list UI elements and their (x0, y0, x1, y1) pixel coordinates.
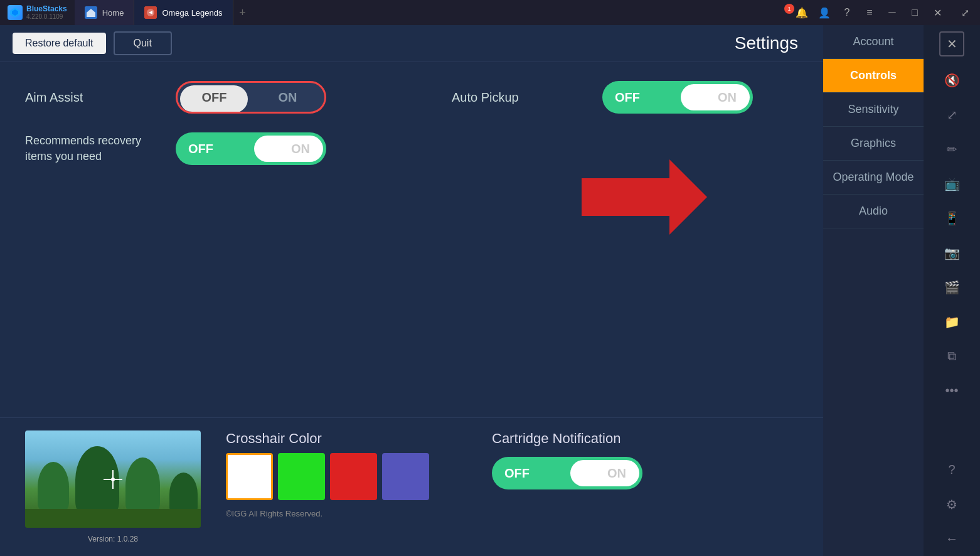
help-sidebar-button[interactable]: ? (924, 452, 980, 487)
auto-pickup-label: Auto Pickup (452, 90, 590, 105)
nav-operating-mode[interactable]: Operating Mode (823, 161, 924, 195)
svg-marker-5 (582, 159, 707, 235)
crosshair-title: Crosshair Color (226, 430, 429, 447)
cartridge-knob (570, 460, 639, 486)
folder-button[interactable]: 📁 (924, 304, 980, 339)
nav-sensitivity[interactable]: Sensitivity (823, 93, 924, 127)
auto-pickup-off-text: OFF (615, 90, 640, 105)
sidebar-close-button[interactable]: ✕ (924, 25, 980, 63)
help-button[interactable]: ? (837, 4, 857, 21)
right-sidebar: ✕ 🔇 ⤢ ✏ 📺 📱 📷 🎬 📁 ⧉ ••• ? ⚙ ← (924, 25, 980, 556)
nav-controls[interactable]: Controls (823, 59, 924, 93)
settings-content: Restore default Quit Settings Aim Assist… (0, 25, 823, 556)
auto-pickup-knob (681, 84, 750, 110)
gear-sidebar-button[interactable]: ⚙ (924, 487, 980, 521)
settings-nav: Account Controls Sensitivity Graphics Op… (823, 25, 924, 556)
controls-body: Aim Assist OFF ON Auto Pickup OFF ON (0, 62, 823, 417)
tab-home[interactable]: Home (75, 0, 135, 25)
nav-graphics[interactable]: Graphics (823, 127, 924, 161)
edit-button[interactable]: ✏ (924, 132, 980, 166)
fullscreen-button[interactable]: ⤢ (924, 97, 980, 132)
nav-audio[interactable]: Audio (823, 195, 924, 228)
quit-button[interactable]: Quit (114, 31, 172, 55)
aim-assist-label: Aim Assist (25, 90, 163, 105)
auto-pickup-toggle[interactable]: OFF ON (602, 81, 753, 114)
auto-pickup-cell: Auto Pickup OFF ON (452, 81, 753, 114)
home-tab-label: Home (102, 8, 124, 18)
settings-header: Restore default Quit Settings (0, 25, 823, 62)
nav-account[interactable]: Account (823, 25, 924, 59)
bluestacks-logo-icon (8, 5, 23, 20)
bottom-section: Version: 1.0.28 Crosshair Color ©IGG All… (0, 417, 823, 556)
toggle-row-1: Aim Assist OFF ON Auto Pickup OFF ON (25, 81, 798, 114)
recovery-cell: Recommends recoveryitems you need OFF ON (25, 132, 326, 165)
recovery-label: Recommends recoveryitems you need (25, 133, 163, 164)
notification-button[interactable]: 🔔 (792, 4, 812, 21)
menu-button[interactable]: ≡ (860, 4, 880, 21)
cartridge-on-text: ON (607, 466, 626, 481)
more-button[interactable]: ••• (924, 373, 980, 408)
minimize-button[interactable]: ─ (882, 4, 902, 21)
aim-assist-toggle[interactable]: OFF ON (176, 81, 326, 114)
home-tab-icon (85, 6, 97, 19)
notification-badge: 1 (784, 4, 794, 14)
arrow-container (582, 159, 707, 237)
version-label: Version: 1.0.28 (25, 535, 201, 543)
main-area: Restore default Quit Settings Aim Assist… (0, 25, 980, 556)
color-swatch-blue[interactable] (382, 453, 429, 500)
cartridge-toggle[interactable]: OFF ON (492, 457, 642, 489)
title-bar-left: BlueStacks 4.220.0.1109 Home Ome (0, 0, 252, 25)
aim-assist-on-label: ON (251, 90, 324, 105)
crosshair-preview (104, 470, 122, 489)
copy-button[interactable]: ⧉ (924, 339, 980, 373)
expand-button[interactable]: ⤢ (955, 4, 975, 21)
preview-container: Version: 1.0.28 (25, 430, 201, 543)
cartridge-title: Cartridge Notification (492, 430, 642, 447)
sound-off-button[interactable]: 🔇 (924, 63, 980, 97)
color-swatch-red[interactable] (330, 453, 377, 500)
camera-button[interactable]: 📷 (924, 235, 980, 270)
cartridge-off-text: OFF (504, 466, 530, 481)
title-bar-controls: 1 🔔 👤 ? ≡ ─ □ ✕ ⤢ (788, 4, 980, 21)
notification-area: 1 🔔 (788, 4, 812, 21)
add-tab-button[interactable]: + (233, 0, 252, 25)
settings-title: Settings (735, 33, 798, 53)
game-tab-label: Omega Legends (162, 8, 222, 18)
app-name: BlueStacks (26, 4, 67, 13)
aim-assist-cell: Aim Assist OFF ON (25, 81, 326, 114)
copyright-text: ©IGG All Rights Reserved. (226, 509, 429, 518)
account-button[interactable]: 👤 (814, 4, 834, 21)
close-button[interactable]: ✕ (927, 4, 947, 21)
color-swatch-white[interactable] (226, 453, 273, 500)
red-arrow-icon (582, 159, 707, 235)
app-version: 4.220.0.1109 (26, 13, 67, 21)
aim-assist-off-label: OFF (178, 90, 251, 105)
maximize-button[interactable]: □ (905, 4, 925, 21)
screenshot-button[interactable]: 📺 (924, 166, 980, 201)
phone-button[interactable]: 📱 (924, 201, 980, 235)
preview-image (25, 430, 201, 528)
tab-omega-legends[interactable]: Omega Legends (134, 0, 233, 25)
game-tab-icon (144, 6, 157, 19)
close-x-icon: ✕ (939, 31, 964, 56)
cartridge-section: Cartridge Notification OFF ON (492, 430, 642, 489)
app-logo-text: BlueStacks 4.220.0.1109 (26, 4, 67, 21)
color-swatches (226, 453, 429, 500)
recovery-toggle[interactable]: OFF ON (176, 132, 326, 165)
app-logo: BlueStacks 4.220.0.1109 (0, 0, 75, 25)
recovery-on-text: ON (291, 142, 310, 156)
restore-default-button[interactable]: Restore default (13, 33, 106, 54)
auto-pickup-on-text: ON (718, 90, 737, 105)
crosshair-section: Crosshair Color ©IGG All Rights Reserved… (226, 430, 429, 518)
ground (25, 509, 201, 528)
back-sidebar-button[interactable]: ← (924, 521, 980, 556)
recovery-knob (254, 136, 323, 162)
video-button[interactable]: 🎬 (924, 270, 980, 304)
recovery-off-text: OFF (188, 142, 213, 156)
title-bar: BlueStacks 4.220.0.1109 Home Ome (0, 0, 980, 25)
color-swatch-green[interactable] (278, 453, 325, 500)
